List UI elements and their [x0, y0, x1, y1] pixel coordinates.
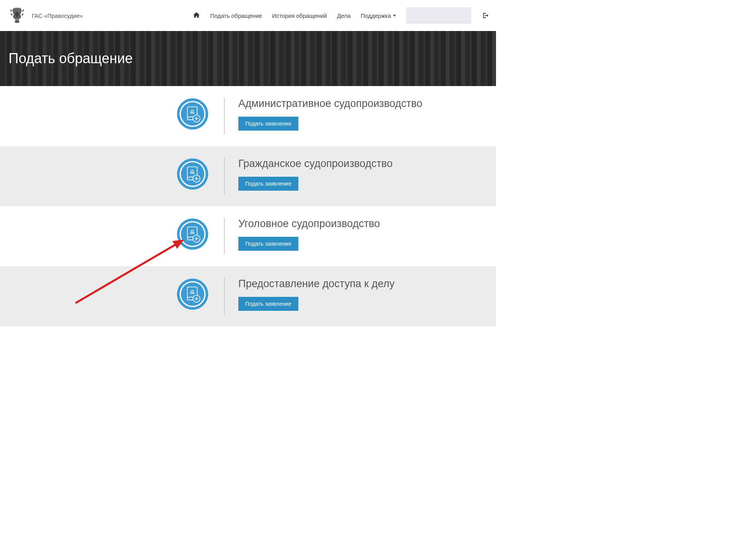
- nav-cases[interactable]: Дела: [337, 12, 351, 19]
- caret-down-icon: [393, 15, 396, 17]
- emblem-icon: [7, 5, 27, 26]
- svg-point-0: [15, 12, 19, 17]
- category-title: Административное судопроизводство: [238, 98, 422, 110]
- category-admin: Административное судопроизводство Подать…: [0, 86, 496, 146]
- site-title: ГАС «Правосудие»: [32, 12, 83, 19]
- divider: [224, 218, 225, 255]
- divider: [224, 98, 225, 134]
- book-plus-icon: [176, 125, 209, 131]
- svg-rect-1: [16, 20, 19, 21]
- category-civil: Гражданское судопроизводство Подать заяв…: [0, 146, 496, 206]
- user-box[interactable]: [406, 7, 471, 24]
- submit-application-button[interactable]: Подать заявление: [238, 177, 298, 191]
- category-title: Уголовное судопроизводство: [238, 218, 380, 230]
- nav-history[interactable]: История обращений: [272, 12, 327, 19]
- book-plus-icon: [176, 245, 209, 252]
- divider: [224, 158, 225, 195]
- svg-point-14: [181, 222, 204, 246]
- category-criminal: Уголовное судопроизводство Подать заявле…: [0, 206, 496, 266]
- book-plus-icon: [176, 185, 209, 191]
- svg-point-4: [181, 102, 204, 126]
- nav-support[interactable]: Поддержка: [361, 12, 396, 19]
- submit-application-button[interactable]: Подать заявление: [238, 297, 298, 311]
- submit-application-button[interactable]: Подать заявление: [238, 237, 298, 251]
- svg-point-9: [181, 162, 204, 186]
- nav: Подать обращение История обращений Дела …: [193, 7, 489, 24]
- submit-application-button[interactable]: Подать заявление: [238, 117, 298, 131]
- category-title: Гражданское судопроизводство: [238, 158, 393, 170]
- logout-icon[interactable]: [481, 12, 489, 19]
- svg-point-19: [181, 283, 204, 306]
- logo-area: ГАС «Правосудие»: [7, 5, 83, 26]
- header: ГАС «Правосудие» Подать обращение Истори…: [0, 0, 496, 31]
- category-title: Предоставление доступа к делу: [238, 278, 394, 290]
- nav-support-label: Поддержка: [361, 12, 391, 19]
- divider: [224, 278, 225, 315]
- nav-submit[interactable]: Подать обращение: [210, 12, 262, 19]
- book-plus-icon: [176, 305, 209, 312]
- home-icon: [193, 14, 200, 20]
- hero-banner: Подать обращение: [0, 31, 496, 86]
- nav-home[interactable]: [193, 11, 200, 20]
- page-title: Подать обращение: [9, 50, 133, 67]
- category-access: Предоставление доступа к делу Подать зая…: [0, 266, 496, 326]
